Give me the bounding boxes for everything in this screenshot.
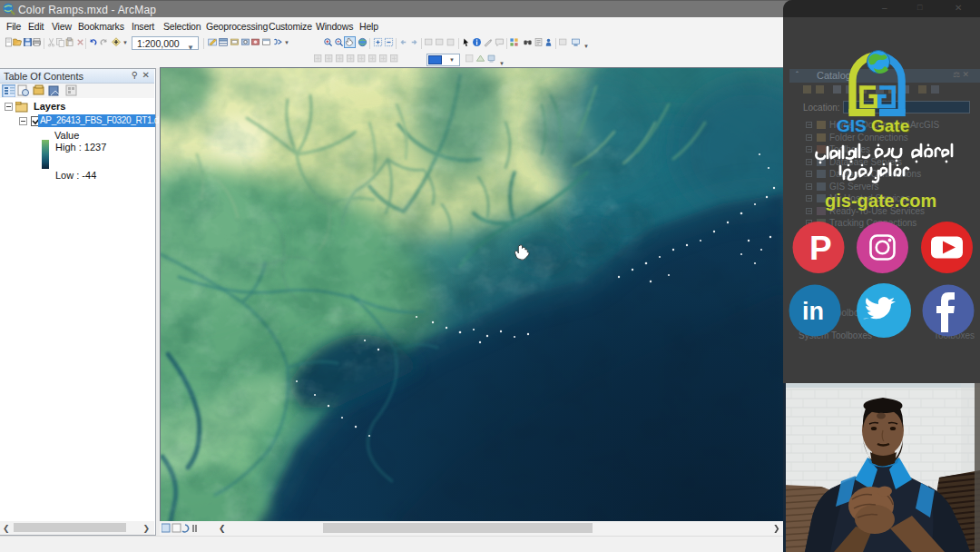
- svg-text:in: in: [802, 298, 824, 325]
- svg-text:P: P: [809, 230, 832, 267]
